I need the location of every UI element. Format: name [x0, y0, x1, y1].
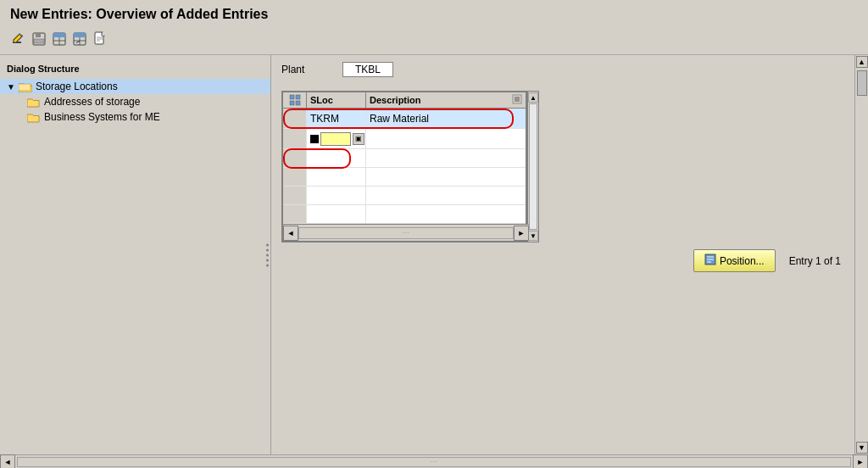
v-scroll-up-button[interactable]: ▲	[528, 92, 538, 103]
cursor-indicator	[310, 135, 319, 143]
sidebar-title: Dialog Structure	[0, 62, 270, 79]
folder-icon	[27, 97, 41, 108]
svg-rect-17	[290, 95, 294, 99]
sloc-cell[interactable]: TKRM	[307, 109, 366, 128]
scroll-left-button[interactable]: ◄	[283, 226, 298, 241]
sloc-cell-4[interactable]	[307, 168, 366, 186]
row-icon-cell	[283, 109, 307, 128]
page-title: New Entries: Overview of Added Entries	[10, 7, 858, 22]
position-button[interactable]: Position...	[693, 249, 776, 272]
svg-rect-13	[103, 32, 105, 36]
main-scroll-up-button[interactable]: ▲	[856, 56, 868, 68]
bottom-scroll-right[interactable]: ►	[853, 454, 868, 469]
table-row-edit[interactable]: ▣	[283, 129, 526, 149]
toolbar	[10, 27, 858, 51]
table-wrapper: SLoc Description	[281, 91, 539, 242]
row-icon-cell-5	[283, 187, 307, 204]
sidebar: Dialog Structure ▼ Storage Locations	[0, 55, 271, 454]
business-systems-label: Business Systems for ME	[44, 111, 160, 123]
copy-icon[interactable]: ▣	[353, 133, 364, 145]
plant-row: Plant TKBL	[281, 62, 844, 77]
svg-rect-2	[36, 33, 41, 37]
sidebar-item-addresses[interactable]: Addresses of storage	[0, 94, 270, 109]
content-area: Dialog Structure ▼ Storage Locations	[0, 55, 868, 454]
row-icon-cell-3	[283, 149, 307, 167]
description-cell[interactable]: Raw Material	[366, 109, 526, 128]
entry-info: Entry 1 of 1	[789, 255, 841, 267]
sloc-input[interactable]	[320, 132, 351, 146]
h-scroll-track[interactable]: ···	[298, 227, 514, 239]
save-icon[interactable]	[31, 31, 47, 47]
table-outer: SLoc Description	[281, 91, 539, 242]
v-scroll-down-button[interactable]: ▼	[528, 231, 538, 241]
table-vertical-scrollbar[interactable]: ▲ ▼	[527, 91, 539, 242]
header-icon-cell	[283, 92, 307, 108]
main-vertical-scrollbar[interactable]: ▲ ▼	[854, 55, 868, 454]
table-row[interactable]	[283, 205, 526, 224]
resize-handle[interactable]	[266, 243, 269, 266]
svg-rect-9	[74, 33, 86, 37]
bottom-scroll-track[interactable]: ···	[17, 457, 851, 467]
bottom-scroll-dots: ···	[430, 458, 438, 465]
desc-cell-4[interactable]	[366, 168, 526, 186]
document-icon[interactable]	[92, 31, 108, 47]
row-icon-cell-4	[283, 168, 307, 186]
row-icon-cell-6	[283, 205, 307, 223]
edit-controls: ▣	[310, 132, 364, 146]
data-table: SLoc Description	[281, 91, 527, 242]
main-window: New Entries: Overview of Added Entries	[0, 0, 868, 468]
bottom-scrollbar[interactable]: ◄ ··· ►	[0, 454, 868, 468]
table-area: SLoc Description	[281, 91, 844, 242]
sloc-cell-6[interactable]	[307, 205, 366, 223]
table-row[interactable]	[283, 149, 526, 168]
table-icon[interactable]	[51, 31, 68, 47]
refresh-icon[interactable]	[71, 31, 88, 47]
v-scroll-track[interactable]	[529, 103, 537, 230]
svg-rect-3	[34, 39, 44, 43]
sidebar-item-business-systems[interactable]: Business Systems for ME	[0, 109, 270, 125]
title-bar: New Entries: Overview of Added Entries	[0, 0, 868, 55]
description-edit-cell[interactable]	[366, 129, 526, 148]
plant-label: Plant	[281, 64, 332, 75]
sort-icon[interactable]	[512, 94, 522, 106]
svg-rect-5	[53, 33, 65, 37]
scroll-dots: ···	[402, 229, 410, 237]
folder-open-icon	[19, 81, 32, 92]
sloc-cell-3[interactable]	[307, 149, 366, 167]
bottom-area: Position... Entry 1 of 1	[281, 249, 844, 272]
sidebar-item-storage-locations[interactable]: ▼ Storage Locations	[0, 79, 270, 94]
sloc-column-header: SLoc	[307, 92, 366, 108]
sloc-edit-cell[interactable]: ▣	[307, 129, 366, 148]
horizontal-scrollbar[interactable]: ◄ ··· ►	[283, 224, 529, 241]
svg-rect-20	[296, 101, 300, 105]
position-label: Position...	[720, 255, 765, 267]
bottom-scroll-left[interactable]: ◄	[0, 454, 15, 469]
storage-locations-label: Storage Locations	[36, 81, 118, 92]
table-header: SLoc Description	[283, 92, 526, 109]
desc-cell-3[interactable]	[366, 149, 526, 167]
plant-value: TKBL	[342, 62, 393, 77]
folder-icon-2	[27, 112, 41, 123]
right-panel: Plant TKBL	[271, 55, 854, 454]
table-row[interactable]: TKRM Raw Material	[283, 109, 526, 129]
description-column-header: Description	[366, 92, 526, 108]
table-row[interactable]	[283, 168, 526, 187]
desc-cell-6[interactable]	[366, 205, 526, 223]
addresses-label: Addresses of storage	[44, 96, 140, 108]
main-scroll-track[interactable]	[857, 69, 867, 441]
table-data-area: TKRM Raw Material	[283, 109, 526, 224]
sloc-cell-5[interactable]	[307, 187, 366, 204]
main-scroll-down-button[interactable]: ▼	[856, 442, 868, 454]
desc-cell-5[interactable]	[366, 187, 526, 204]
svg-rect-19	[290, 101, 294, 105]
tree-arrow: ▼	[7, 82, 15, 92]
row-icon-cell-2	[283, 129, 307, 148]
main-scroll-thumb[interactable]	[857, 70, 867, 96]
svg-rect-18	[296, 95, 300, 99]
scroll-right-button[interactable]: ►	[514, 226, 529, 241]
position-icon	[704, 254, 716, 268]
edit-icon[interactable]	[10, 31, 27, 47]
table-row[interactable]	[283, 187, 526, 205]
